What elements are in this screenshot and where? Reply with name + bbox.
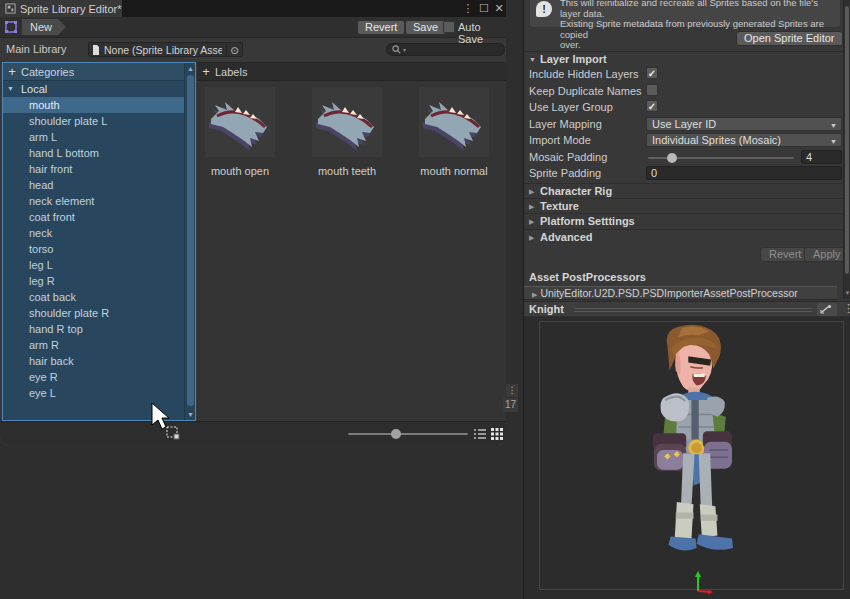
label-search-field[interactable]: ▾ bbox=[386, 43, 505, 56]
sprite-thumbnail[interactable] bbox=[419, 87, 489, 157]
foldout-arrow-icon: ▶ bbox=[529, 188, 534, 196]
layer-mapping-dropdown[interactable]: Use Layer ID bbox=[646, 117, 842, 131]
label-name: mouth open bbox=[205, 165, 275, 177]
object-picker-icon[interactable]: ⊙ bbox=[226, 44, 239, 56]
scroll-down-icon[interactable]: ▼ bbox=[185, 411, 196, 418]
inspector-scrollbar-thumb[interactable] bbox=[845, 6, 849, 274]
new-breadcrumb-button[interactable]: New bbox=[22, 19, 66, 35]
thumbnail-size-slider[interactable] bbox=[348, 433, 468, 435]
layer-import-section[interactable]: ▼ Layer Import bbox=[524, 51, 844, 66]
window-menu-icon[interactable]: ⋮ bbox=[461, 2, 475, 15]
library-toolbar: New Revert Save Auto Save bbox=[0, 17, 506, 38]
mosaic-padding-label: Mosaic Padding bbox=[529, 151, 607, 163]
save-button[interactable]: Save bbox=[405, 20, 446, 35]
asset-postprocessors-header: Asset PostProcessors bbox=[529, 271, 646, 283]
drag-cursor bbox=[150, 403, 184, 443]
category-item-arm-l[interactable]: arm L bbox=[3, 129, 184, 145]
main-library-label: Main Library bbox=[6, 43, 67, 55]
preview-menu-icon[interactable]: ⋮ bbox=[843, 302, 850, 315]
add-category-icon[interactable]: + bbox=[3, 64, 21, 79]
section-advanced[interactable]: ▶Advanced bbox=[524, 229, 844, 244]
section-label: Texture bbox=[540, 200, 579, 212]
category-item-shoulder-plate-l[interactable]: shoulder plate L bbox=[3, 113, 184, 129]
add-label-icon[interactable]: + bbox=[197, 64, 215, 79]
screen: Sprite Library Editor* ⋮ ☐ ✕ New Revert … bbox=[0, 0, 850, 599]
label-tile-mouth-teeth[interactable]: mouth teeth bbox=[312, 87, 382, 177]
category-item-eye-l[interactable]: eye L bbox=[3, 385, 184, 401]
preview-header[interactable]: Knight ⋮ bbox=[524, 301, 850, 317]
mosaic-padding-slider-thumb[interactable] bbox=[667, 153, 677, 163]
open-sprite-editor-button[interactable]: Open Sprite Editor bbox=[736, 31, 843, 46]
sprite-library-editor-window: Sprite Library Editor* ⋮ ☐ ✕ New Revert … bbox=[0, 0, 506, 445]
sprite-library-asset-icon bbox=[4, 20, 18, 34]
revert-button[interactable]: Revert bbox=[357, 20, 405, 35]
search-filter-caret-icon: ▾ bbox=[403, 46, 406, 53]
preview-pin-button[interactable] bbox=[817, 303, 837, 316]
category-item-mouth[interactable]: mouth bbox=[3, 97, 184, 113]
close-icon[interactable]: ✕ bbox=[492, 2, 506, 15]
category-item-hair-back[interactable]: hair back bbox=[3, 353, 184, 369]
main-library-row: Main Library None (Sprite Library Asset)… bbox=[0, 38, 506, 60]
grid-view-icon[interactable] bbox=[490, 427, 504, 441]
main-library-object-field[interactable]: None (Sprite Library Asset) ⊙ bbox=[88, 42, 243, 57]
category-item-head[interactable]: head bbox=[3, 177, 184, 193]
labels-bottom-bar bbox=[0, 421, 506, 445]
use-layer-group-label: Use Layer Group bbox=[529, 101, 613, 113]
mouth-sprite-image bbox=[205, 87, 275, 157]
thumbnail-size-slider-thumb[interactable] bbox=[391, 429, 401, 439]
mosaic-padding-value-field[interactable]: 4 bbox=[801, 150, 842, 164]
row-mosaic-padding: Mosaic Padding4 bbox=[524, 149, 844, 165]
category-item-torso[interactable]: torso bbox=[3, 241, 184, 257]
tab-sprite-library-editor[interactable]: Sprite Library Editor* bbox=[0, 0, 122, 17]
auto-save-checkbox[interactable] bbox=[443, 21, 455, 33]
preview-drag-line bbox=[574, 311, 812, 312]
category-group-local[interactable]: Local bbox=[3, 81, 184, 97]
category-item-neck-element[interactable]: neck element bbox=[3, 193, 184, 209]
include-hidden-layers-checkbox[interactable]: ✓ bbox=[646, 67, 658, 79]
background-window-count: 17 bbox=[503, 398, 518, 412]
category-item-arm-r[interactable]: arm R bbox=[3, 337, 184, 353]
inspector-revert-button[interactable]: Revert bbox=[760, 247, 810, 262]
postprocessor-foldout[interactable]: ▶UnityEditor.U2D.PSD.PSDImporterAssetPos… bbox=[524, 286, 837, 300]
list-view-icon[interactable] bbox=[473, 427, 487, 441]
preview-area[interactable] bbox=[524, 317, 850, 599]
categories-list: Local mouthshoulder plate Larm Lhand L b… bbox=[3, 81, 184, 420]
category-item-leg-l[interactable]: leg L bbox=[3, 257, 184, 273]
label-tile-mouth-open[interactable]: mouth open bbox=[205, 87, 275, 177]
sprite-padding-field[interactable]: 0 bbox=[646, 166, 842, 180]
scrollbar-thumb[interactable] bbox=[187, 75, 194, 406]
import-mode-dropdown[interactable]: Individual Sprites (Mosaic) bbox=[646, 133, 842, 147]
preview-title: Knight bbox=[529, 303, 564, 315]
label-tile-mouth-normal[interactable]: mouth normal bbox=[419, 87, 489, 177]
section-texture[interactable]: ▶Texture bbox=[524, 198, 844, 213]
category-item-shoulder-plate-r[interactable]: shoulder plate R bbox=[3, 305, 184, 321]
tab-strip: Sprite Library Editor* ⋮ ☐ ✕ bbox=[0, 0, 506, 17]
category-item-hand-l-bottom[interactable]: hand L bottom bbox=[3, 145, 184, 161]
section-character-rig[interactable]: ▶Character Rig bbox=[524, 183, 844, 198]
row-keep-duplicate-names: Keep Duplicate Names bbox=[524, 83, 844, 99]
scroll-up-icon[interactable]: ▲ bbox=[185, 65, 196, 72]
category-item-hair-front[interactable]: hair front bbox=[3, 161, 184, 177]
inspector-scroll-down-icon[interactable]: ▼ bbox=[844, 290, 850, 296]
sprite-thumbnail[interactable] bbox=[205, 87, 275, 157]
category-item-neck[interactable]: neck bbox=[3, 225, 184, 241]
preview-drag-line bbox=[574, 308, 812, 309]
category-item-eye-r[interactable]: eye R bbox=[3, 369, 184, 385]
category-item-leg-r[interactable]: leg R bbox=[3, 273, 184, 289]
category-item-coat-front[interactable]: coat front bbox=[3, 209, 184, 225]
label-name: mouth teeth bbox=[312, 165, 382, 177]
keep-duplicate-names-checkbox[interactable] bbox=[646, 84, 658, 96]
import-mode-label: Import Mode bbox=[529, 134, 591, 146]
category-item-hand-r-top[interactable]: hand R top bbox=[3, 321, 184, 337]
category-item-coat-back[interactable]: coat back bbox=[3, 289, 184, 305]
inspector-scrollbar[interactable]: ▼ bbox=[843, 0, 850, 299]
use-layer-group-checkbox[interactable]: ✓ bbox=[646, 100, 658, 112]
section-platform-setttings[interactable]: ▶Platform Setttings bbox=[524, 213, 844, 228]
knight-character bbox=[636, 325, 751, 575]
sprite-thumbnail[interactable] bbox=[312, 87, 382, 157]
categories-scrollbar[interactable]: ▲ ▼ bbox=[184, 63, 195, 420]
pin-icon bbox=[817, 303, 837, 316]
maximize-icon[interactable]: ☐ bbox=[477, 2, 491, 15]
labels-header: + Labels bbox=[197, 63, 506, 81]
postprocessor-name: UnityEditor.U2D.PSD.PSDImporterAssetPost… bbox=[540, 287, 797, 299]
